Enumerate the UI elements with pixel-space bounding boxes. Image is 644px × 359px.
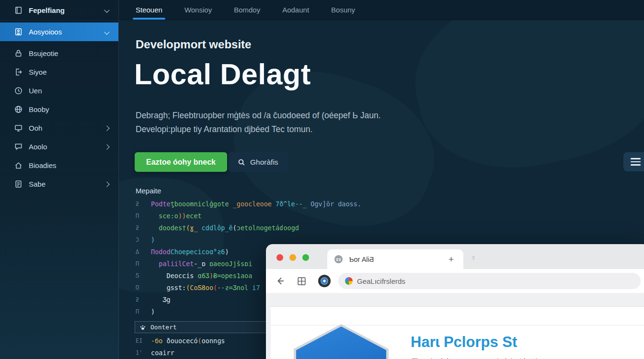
sidebar-item-bioadies[interactable]: Bioadies [0,156,118,175]
line-number: Ʊ [136,284,151,291]
map-decoration [400,20,644,187]
top-nav-tab-bosuny[interactable]: Bosuny [331,0,355,20]
code-block-bottom: ΕΙ -бo ðouocecó(oonnɡs 1' coairr [136,335,225,359]
line-number: Ƽ [136,272,151,279]
book-icon [14,6,23,14]
back-button[interactable] [275,276,285,286]
grid-button[interactable] [297,276,307,286]
sidebar-item-booby[interactable]: Booby [0,100,118,119]
primary-action-button[interactable]: Eaztoe óohy bneck [135,152,227,172]
top-nav-tab-aodaunt[interactable]: Aodaunt [282,0,309,20]
paw-icon [139,324,146,331]
line-number: Π [136,260,151,267]
site-subtext: Ther, in doley uoures ney jntlyiev'drst … [412,357,559,359]
line-number: Π [136,308,151,315]
tab-strip-marks: '/ [472,255,474,261]
new-tab-button[interactable]: + [446,254,457,264]
browser-window: Ƅor AliƋ + '/ GeaLıcifrsler [266,244,644,359]
sidebar-item-ooh[interactable]: Ooh [0,119,118,137]
monitor-icon [14,124,23,132]
sidebar-item-aosyoioos[interactable]: Aosyoioos [0,22,118,41]
search-button[interactable]: Ghoràfis [229,152,288,172]
line-number: ΕΙ [136,337,151,344]
home-icon [14,161,23,169]
search-icon [238,158,245,166]
terminal-command-label: Oontert [150,324,177,331]
line-number: Δ [136,248,151,255]
chevron-right-icon [104,125,109,131]
minimize-button[interactable] [289,254,296,261]
chevron-right-icon [104,181,109,187]
browser-tab-title: Ƅor AliƋ [349,256,374,263]
hero-description-line2: Developi:plupe tiy Arantation djbéed Tec… [136,123,381,136]
line-number: Π [136,213,151,219]
browser-toolbar: GeaLıcifrslerds [266,269,644,293]
code-line: 1' coairr [136,347,225,359]
top-nav: SteouenWonsioyBomdoyAodauntBosuny [118,0,644,20]
site-logo: P/d [294,324,389,359]
line-number: ƻ [136,296,151,303]
sidebar-header-label: Fepelfiang [29,6,65,14]
chevron-down-icon [104,29,109,34]
sidebar-header[interactable]: Fepelfiang [0,0,118,21]
hamburger-menu-button[interactable] [623,152,644,171]
incognito-icon [334,255,343,264]
code-line: ƻ Podteƫbooomniclģgote _goocleooe 7ð^le-… [136,198,361,210]
reader-icon [14,28,23,36]
code-line: Π sce:o))ecet [136,210,361,222]
code-block-label: Mepaite [136,187,161,195]
clock-icon [14,87,23,95]
logout-icon [14,68,23,76]
sidebar-item-aoolo[interactable]: Aoolo [0,137,118,156]
hero-eyebrow: Developmort website [136,38,251,51]
sidebar: Fepelfiang Aosyoioos Bsujeotie Siyoe Uen… [0,0,119,359]
hero-description: Debragh; Fleebtruopber mģtès od /a ĉuodo… [136,109,381,136]
sidebar-item-bsujeotie[interactable]: Bsujeotie [0,44,118,63]
browser-logo-icon[interactable] [318,275,331,287]
search-button-label: Ghoràfis [250,158,278,167]
back-icon [275,276,285,286]
hero-description-line1: Debragh; Fleebtruopber mģtès od /a ĉuodo… [136,109,381,123]
code-line: ΕΙ -бo ðouocecó(oonnɡs [136,335,225,347]
sidebar-nav: Aosyoioos Bsujeotie Siyoe Uen Booby Ooh … [0,21,118,193]
file-icon [14,180,23,188]
chevron-right-icon [104,144,109,149]
sidebar-item-uen[interactable]: Uen [0,81,118,100]
lock-icon [14,49,23,57]
page-card-header [271,307,644,325]
sidebar-item-sabe[interactable]: Sabe [0,175,118,193]
chat-icon [14,143,23,151]
line-number: ƻ [136,224,151,231]
page-title: Local Delagt [134,57,311,91]
browser-tab[interactable]: Ƅor AliƋ + [327,249,463,269]
globe-icon [14,105,23,113]
top-nav-tab-bomdoy[interactable]: Bomdoy [234,0,260,20]
hamburger-icon [631,158,641,159]
top-nav-tab-steouen[interactable]: Steouen [136,0,162,20]
maximize-button[interactable] [302,254,309,261]
address-url: GeaLıcifrslerds [357,277,405,285]
browser-tab-strip: Ƅor AliƋ + '/ [266,244,644,269]
top-nav-tab-wonsioy[interactable]: Wonsioy [184,0,212,20]
code-line: ƻ doodes†(ɣ_ cddlôp_ĕ(ɔetolnogetáɗoogd [136,222,361,234]
close-button[interactable] [276,254,283,261]
primary-action-label: Eaztoe óohy bneck [146,158,216,167]
terminal-command-row[interactable]: Oontert [135,321,270,333]
sidebar-item-siyoe[interactable]: Siyoe [0,63,118,81]
page-card: P/d Harɩ Pclorps St Ther, in doley uoure… [271,306,644,359]
line-number: 1' [136,349,151,356]
window-controls [276,254,309,261]
browser-page: P/d Harɩ Pclorps St Ther, in doley uoure… [266,293,644,359]
grid-icon [297,276,307,286]
chevron-down-icon [104,7,109,12]
line-number: Ɔ [136,236,151,243]
line-number: ƻ [136,201,151,207]
site-favicon [345,277,353,285]
address-bar[interactable]: GeaLıcifrslerds [338,273,641,289]
site-heading: Harɩ Pclorps St [411,334,517,351]
